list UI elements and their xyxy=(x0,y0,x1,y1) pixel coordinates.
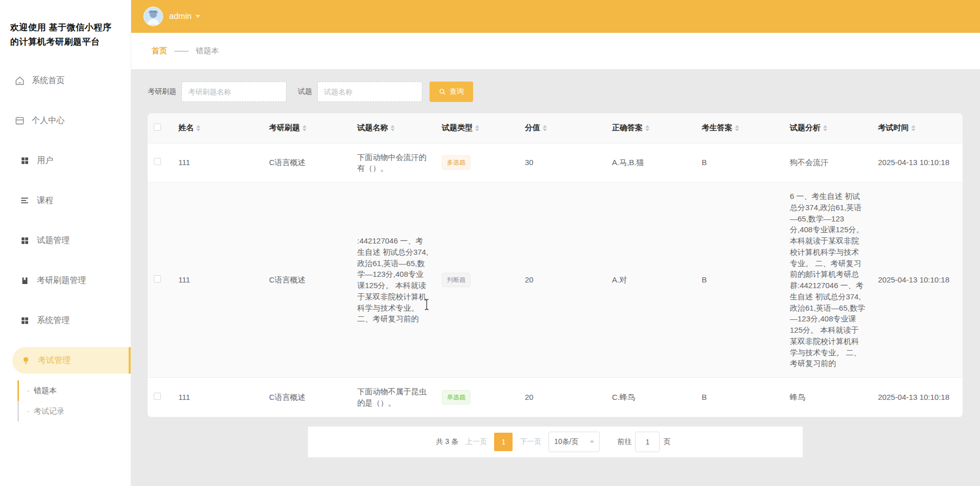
cell-paper: C语言概述 xyxy=(263,183,351,378)
cell-name: 111 xyxy=(172,183,263,378)
sidebar-item-label: 个人中心 xyxy=(32,115,65,126)
sidebar-menu: 系统首页 个人中心 用户 课程 xyxy=(0,60,131,380)
sidebar-item-system-home[interactable]: 系统首页 xyxy=(0,60,131,100)
cell-answer: B xyxy=(696,183,784,378)
top-header-bar: admin xyxy=(131,0,980,33)
cell-score: 20 xyxy=(519,183,606,378)
column-header-time[interactable]: 考试时间 xyxy=(872,113,963,143)
column-header-paper[interactable]: 考研刷题 xyxy=(263,113,351,143)
cell-time: 2025-04-13 10:10:18 xyxy=(872,183,963,378)
grid-icon xyxy=(19,235,30,246)
cell-answer: B xyxy=(696,378,784,417)
search-filter-row: 考研刷题 试题 查询 xyxy=(148,82,963,102)
breadcrumb-home-link[interactable]: 首页 xyxy=(152,46,167,56)
row-checkbox[interactable] xyxy=(154,158,161,165)
sidebar-item-label: 课程 xyxy=(37,195,53,206)
sort-icon[interactable] xyxy=(391,125,395,131)
cell-name: 111 xyxy=(172,143,263,183)
wrong-answer-table: 姓名 考研刷题 试题名称 试题类型 分值 正确答案 考生答案 试题分析 考试时间 xyxy=(148,113,963,417)
cell-paper: C语言概述 xyxy=(263,143,351,183)
pagination-total: 共 3 条 xyxy=(436,437,459,447)
sort-icon[interactable] xyxy=(645,125,649,131)
dash-marker: - xyxy=(27,407,30,415)
avatar[interactable] xyxy=(144,7,163,26)
breadcrumb: 首页 错题本 xyxy=(131,33,980,69)
sort-icon[interactable] xyxy=(823,125,827,131)
sidebar-item-users[interactable]: 用户 xyxy=(0,140,131,180)
row-checkbox[interactable] xyxy=(154,393,161,400)
page-size-value: 10条/页 xyxy=(554,437,578,447)
cell-analysis: 6 一、考生自述 初试总分374,政治61,英语—65,数学—123分,408专… xyxy=(784,183,872,378)
page-size-select[interactable]: 10条/页 xyxy=(548,432,600,452)
sort-icon[interactable] xyxy=(475,125,479,131)
goto-page-input[interactable] xyxy=(635,432,660,452)
prev-page-button[interactable]: 上一页 xyxy=(465,437,487,447)
column-header-question[interactable]: 试题名称 xyxy=(351,113,436,143)
column-header-analysis[interactable]: 试题分析 xyxy=(784,113,872,143)
chevron-down-icon xyxy=(195,15,200,18)
sidebar-item-exam-management[interactable]: 考试管理 xyxy=(0,340,131,380)
sort-icon[interactable] xyxy=(735,125,739,131)
dash-marker: - xyxy=(27,387,30,395)
cell-score: 20 xyxy=(519,378,606,417)
type-badge: 判断题 xyxy=(442,273,471,287)
cell-correct: A.马,B.猫 xyxy=(606,143,696,183)
app-window: 欢迎使用 基于微信小程序的计算机考研刷题平台 系统首页 个人中心 用户 xyxy=(0,0,980,486)
user-dropdown[interactable]: admin xyxy=(169,12,200,21)
cell-answer: B xyxy=(696,143,784,183)
table-row: 111 C语言概述 :442127046 一、考生自述 初试总分374,政治61… xyxy=(148,183,963,378)
next-page-button[interactable]: 下一页 xyxy=(520,437,541,447)
column-header-name[interactable]: 姓名 xyxy=(172,113,263,143)
goto-page-suffix: 页 xyxy=(663,437,670,447)
row-checkbox[interactable] xyxy=(154,275,161,282)
chevron-up-icon xyxy=(590,440,594,442)
sidebar-item-system-management[interactable]: 系统管理 xyxy=(0,300,131,340)
column-header-score[interactable]: 分值 xyxy=(519,113,606,143)
app-title: 欢迎使用 基于微信小程序的计算机考研刷题平台 xyxy=(0,21,131,49)
breadcrumb-separator xyxy=(174,51,189,52)
sort-icon[interactable] xyxy=(911,125,915,131)
main-column: admin 首页 错题本 考研刷题 试题 xyxy=(131,0,980,486)
sort-icon[interactable] xyxy=(196,125,200,131)
table-row: 111 C语言概述 下面动物不属于昆虫的是（）。 单选题 20 C.蜂鸟 B 蜂… xyxy=(148,378,963,417)
table-row: 111 C语言概述 下面动物中会流汗的有（）。 多选题 30 A.马,B.猫 B… xyxy=(148,143,963,183)
table-card: 姓名 考研刷题 试题名称 试题类型 分值 正确答案 考生答案 试题分析 考试时间 xyxy=(148,113,963,417)
cell-correct: C.蜂鸟 xyxy=(606,378,696,417)
submenu-item-exam-records[interactable]: - 考试记录 xyxy=(17,401,131,421)
page-number-1[interactable]: 1 xyxy=(494,433,513,451)
content-area: 考研刷题 试题 查询 xyxy=(131,69,980,486)
sidebar-item-label: 考研刷题管理 xyxy=(37,275,86,286)
sidebar-submenu: - 错题本 - 考试记录 xyxy=(0,380,131,421)
panel-icon xyxy=(14,115,25,126)
column-header-answer[interactable]: 考生答案 xyxy=(696,113,784,143)
paper-name-input[interactable] xyxy=(181,82,287,102)
question-name-input[interactable] xyxy=(317,82,422,102)
pagination: 共 3 条 上一页 1 下一页 10条/页 前往 页 xyxy=(308,427,803,457)
query-button[interactable]: 查询 xyxy=(430,82,473,102)
submenu-item-wrong-answer-book[interactable]: - 错题本 xyxy=(17,380,131,401)
cell-paper: C语言概述 xyxy=(263,378,351,417)
sort-icon[interactable] xyxy=(302,125,307,131)
select-all-checkbox[interactable] xyxy=(154,124,161,131)
sidebar-item-exam-paper-management[interactable]: 考研刷题管理 xyxy=(0,260,131,300)
sidebar-item-label: 用户 xyxy=(37,155,53,166)
goto-label: 前往 xyxy=(617,437,631,447)
sort-icon[interactable] xyxy=(543,125,547,131)
goto-page-group: 前往 页 xyxy=(614,432,674,452)
table-header-row: 姓名 考研刷题 试题名称 试题类型 分值 正确答案 考生答案 试题分析 考试时间 xyxy=(148,113,963,143)
type-badge: 多选题 xyxy=(442,155,471,170)
sidebar-item-personal-center[interactable]: 个人中心 xyxy=(0,100,131,140)
column-header-correct[interactable]: 正确答案 xyxy=(606,113,696,143)
submenu-item-label: 错题本 xyxy=(34,386,57,396)
list-icon xyxy=(19,195,30,206)
column-header-type[interactable]: 试题类型 xyxy=(436,113,519,143)
sidebar-item-label: 系统首页 xyxy=(32,75,65,86)
sidebar: 欢迎使用 基于微信小程序的计算机考研刷题平台 系统首页 个人中心 用户 xyxy=(0,0,131,486)
cell-analysis: 狗不会流汗 xyxy=(784,143,872,183)
notebook-icon xyxy=(19,275,30,286)
sidebar-item-question-management[interactable]: 试题管理 xyxy=(0,220,131,260)
filter-label-question: 试题 xyxy=(298,87,312,96)
pagination-wrapper: 共 3 条 上一页 1 下一页 10条/页 前往 页 xyxy=(148,417,963,457)
cell-score: 30 xyxy=(519,143,606,183)
sidebar-item-courses[interactable]: 课程 xyxy=(0,180,131,220)
